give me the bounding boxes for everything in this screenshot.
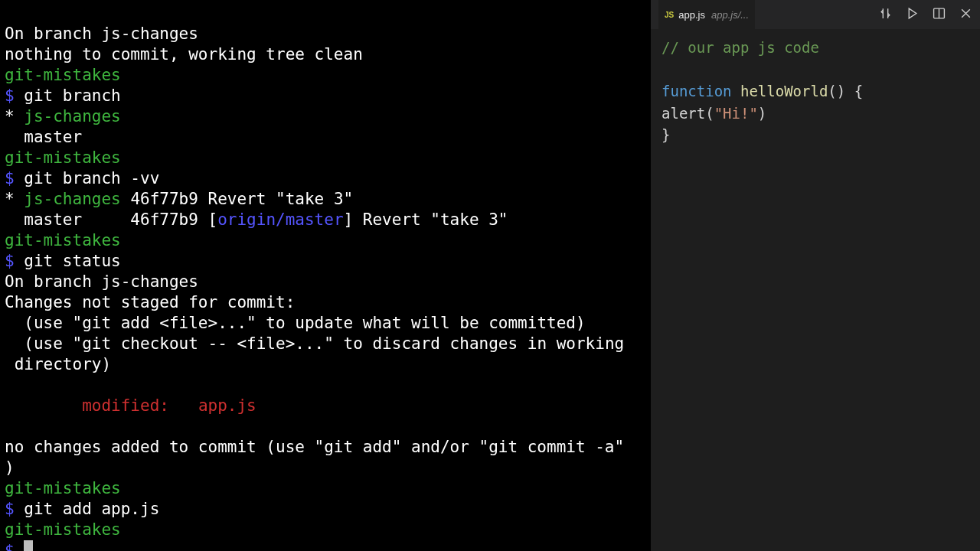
prompt-path: git-mistakes: [5, 520, 121, 539]
branch-current-star: *: [5, 107, 15, 126]
blank-line: [5, 417, 15, 435]
prompt-dollar: $: [5, 500, 15, 518]
compare-icon[interactable]: [879, 7, 892, 22]
tab-actions: [879, 7, 972, 22]
terminal-line: no changes added to commit (use "git add…: [5, 438, 624, 456]
terminal-cursor: [24, 540, 33, 551]
terminal-line: Changes not staged for commit:: [5, 293, 295, 311]
terminal-command: git add app.js: [15, 500, 160, 518]
close-icon[interactable]: [959, 7, 972, 22]
code-call: alert(: [662, 105, 714, 122]
js-file-icon: JS: [665, 11, 674, 19]
code-punct: ): [758, 105, 766, 122]
branch-current: js-changes: [15, 107, 121, 126]
terminal-line: On branch js-changes: [5, 272, 198, 291]
terminal-line: ): [5, 458, 15, 477]
tab-filepath: app.js/...: [711, 9, 749, 21]
branch-current: js-changes: [15, 190, 131, 208]
terminal-command: git branch: [15, 86, 121, 105]
code-keyword: function: [662, 83, 732, 99]
run-icon[interactable]: [906, 7, 919, 22]
modified-file: app.js: [198, 396, 256, 415]
prompt-dollar: $: [5, 169, 15, 187]
tab-filename: app.js: [678, 9, 705, 21]
editor-pane: JS app.js app.js/... // our app js code …: [651, 0, 980, 551]
prompt-path: git-mistakes: [5, 479, 121, 497]
prompt-path: git-mistakes: [5, 66, 121, 84]
terminal-line: On branch js-changes: [5, 24, 198, 43]
editor-tab-bar: JS app.js app.js/...: [651, 0, 980, 29]
editor-tab[interactable]: JS app.js app.js/...: [658, 0, 755, 29]
code-comment: // our app js code: [662, 39, 819, 56]
branch-info: ] Revert "take 3": [344, 210, 508, 229]
prompt-dollar: $: [5, 86, 15, 105]
terminal-command: git status: [15, 252, 121, 270]
branch-info: 46f77b9 Revert "take 3": [130, 190, 353, 208]
terminal-line: (use "git add <file>..." to update what …: [5, 314, 586, 332]
terminal-line: directory): [5, 355, 111, 373]
branch-remote: origin/master: [217, 210, 343, 229]
branch-current-star: *: [5, 190, 15, 208]
prompt-path: git-mistakes: [5, 231, 121, 249]
terminal-pane[interactable]: On branch js-changes nothing to commit, …: [0, 0, 651, 551]
terminal-line: (use "git checkout -- <file>..." to disc…: [5, 334, 624, 353]
code-string: "Hi!": [714, 105, 758, 122]
branch-info: master 46f77b9 [: [5, 210, 217, 229]
blank-line: [5, 376, 15, 394]
editor-code-area[interactable]: // our app js code function helloWorld()…: [651, 29, 980, 551]
prompt-dollar: $: [5, 542, 15, 551]
code-punct: () {: [828, 83, 863, 99]
split-editor-icon[interactable]: [933, 7, 946, 22]
terminal-command: git branch -vv: [15, 169, 160, 187]
prompt-path: git-mistakes: [5, 148, 121, 167]
modified-label: modified:: [5, 396, 198, 415]
blank-line: [662, 59, 969, 81]
prompt-dollar: $: [5, 252, 15, 270]
code-punct: }: [662, 126, 670, 143]
branch-other: master: [5, 128, 82, 146]
code-function-name: helloWorld: [732, 83, 828, 99]
terminal-line: nothing to commit, working tree clean: [5, 45, 363, 64]
